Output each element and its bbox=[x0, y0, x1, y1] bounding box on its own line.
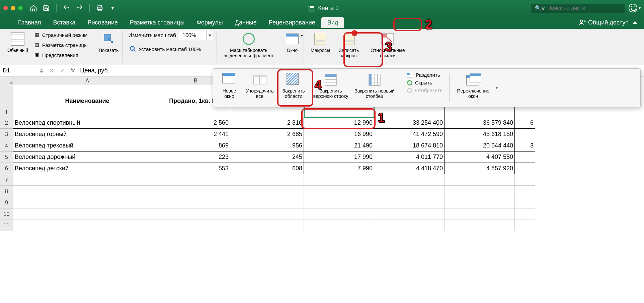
cell-E5[interactable]: 4 011 770 bbox=[374, 152, 445, 163]
custom-views-button[interactable]: ▣Представления bbox=[32, 51, 89, 59]
row-header-8[interactable]: 8 bbox=[0, 186, 13, 197]
row-header-7[interactable]: 7 bbox=[0, 174, 13, 186]
cell-G9[interactable] bbox=[515, 197, 535, 208]
macros-button[interactable]: Макросы bbox=[309, 31, 331, 54]
tab-formulas[interactable]: Формулы bbox=[190, 17, 229, 28]
tab-view[interactable]: Вид bbox=[321, 17, 344, 28]
window-button[interactable]: ▾ Окно bbox=[284, 31, 301, 54]
cell-F10[interactable] bbox=[445, 208, 515, 220]
cell-A4[interactable]: Велосипед трековый bbox=[13, 140, 161, 152]
redo-icon[interactable] bbox=[75, 4, 83, 12]
cell-D6[interactable]: 7 990 bbox=[304, 163, 374, 174]
cell-B6[interactable]: 553 bbox=[161, 163, 230, 174]
col-header-A[interactable]: A bbox=[13, 76, 161, 85]
row-header-3[interactable]: 3 bbox=[0, 129, 13, 140]
row-header-5[interactable]: 5 bbox=[0, 152, 13, 163]
print-icon[interactable] bbox=[96, 4, 104, 12]
save-icon[interactable] bbox=[42, 4, 50, 12]
cell-D10[interactable] bbox=[304, 208, 374, 220]
zoom-dropdown-icon[interactable] bbox=[206, 31, 214, 40]
cell-D5[interactable]: 17 990 bbox=[304, 152, 374, 163]
cell-C11[interactable] bbox=[230, 220, 304, 231]
cell-A3[interactable]: Велосипед горный bbox=[13, 129, 161, 140]
tab-insert[interactable]: Вставка bbox=[47, 17, 82, 28]
row-header-2[interactable]: 2 bbox=[0, 117, 13, 129]
cell-F6[interactable]: 4 857 920 bbox=[445, 163, 515, 174]
cell-E10[interactable] bbox=[374, 208, 445, 220]
row-header-6[interactable]: 6 bbox=[0, 163, 13, 174]
fx-icon[interactable]: fx bbox=[68, 67, 77, 74]
cell-B8[interactable] bbox=[161, 186, 230, 197]
cell-F3[interactable]: 45 618 150 bbox=[445, 129, 515, 140]
cell-C3[interactable]: 2 685 bbox=[230, 129, 304, 140]
normal-view-button[interactable]: Обычный bbox=[6, 31, 29, 54]
close-window-button[interactable] bbox=[3, 6, 8, 10]
cell-E4[interactable]: 18 674 810 bbox=[374, 140, 445, 152]
cell-B7[interactable] bbox=[161, 174, 230, 186]
row-header-9[interactable]: 9 bbox=[0, 197, 13, 208]
cell-D3[interactable]: 16 990 bbox=[304, 129, 374, 140]
switch-dropdown-icon[interactable]: ▾ bbox=[496, 85, 498, 90]
cell-G5[interactable] bbox=[515, 152, 535, 163]
cell-G3[interactable] bbox=[515, 129, 535, 140]
qat-more-icon[interactable]: ▾ bbox=[108, 4, 116, 12]
collapse-ribbon-icon[interactable] bbox=[633, 21, 637, 24]
cell-A5[interactable]: Велосипед дорожный bbox=[13, 152, 161, 163]
row-header-1[interactable]: 1 bbox=[0, 85, 13, 117]
cell-C4[interactable]: 956 bbox=[230, 140, 304, 152]
cell-G4[interactable]: 3 bbox=[515, 140, 535, 152]
minimize-window-button[interactable] bbox=[11, 6, 15, 10]
arrange-all-button[interactable]: Упорядочить все bbox=[243, 71, 276, 104]
search-box[interactable]: 🔍ⅴ bbox=[531, 4, 625, 13]
cell-G2[interactable]: 6 bbox=[515, 117, 535, 129]
cell-B5[interactable]: 223 bbox=[161, 152, 230, 163]
cell-F2[interactable]: 36 579 840 bbox=[445, 117, 515, 129]
select-all-corner[interactable] bbox=[0, 76, 13, 85]
zoom-100-button[interactable]: Установить масштаб 100% bbox=[128, 45, 214, 53]
accept-formula-button[interactable]: ✓ bbox=[57, 67, 68, 74]
cell-E9[interactable] bbox=[374, 197, 445, 208]
cell-E11[interactable] bbox=[374, 220, 445, 231]
cell-B3[interactable]: 2 441 bbox=[161, 129, 230, 140]
feedback-icon[interactable] bbox=[629, 4, 637, 12]
record-macro-button[interactable]: Записать макрос bbox=[334, 31, 364, 59]
cell-F4[interactable]: 20 544 440 bbox=[445, 140, 515, 152]
tab-draw[interactable]: Рисование bbox=[81, 17, 124, 28]
undo-icon[interactable] bbox=[63, 4, 71, 12]
cell-B10[interactable] bbox=[161, 208, 230, 220]
cell-G10[interactable] bbox=[515, 208, 535, 220]
cell-B11[interactable] bbox=[161, 220, 230, 231]
cell-F8[interactable] bbox=[445, 186, 515, 197]
cell-C2[interactable]: 2 816 bbox=[230, 117, 304, 129]
cell-D11[interactable] bbox=[304, 220, 374, 231]
cell-C5[interactable]: 245 bbox=[230, 152, 304, 163]
cell-D7[interactable] bbox=[304, 174, 374, 186]
cell-G7[interactable] bbox=[515, 174, 535, 186]
cell-A2[interactable]: Велосипед спортивный bbox=[13, 117, 161, 129]
cell-G11[interactable] bbox=[515, 220, 535, 231]
search-input[interactable] bbox=[547, 5, 621, 11]
cell-C7[interactable] bbox=[230, 174, 304, 186]
cell-C9[interactable] bbox=[230, 197, 304, 208]
cell-F9[interactable] bbox=[445, 197, 515, 208]
cell-F5[interactable]: 4 407 550 bbox=[445, 152, 515, 163]
show-button[interactable]: Показать bbox=[97, 31, 120, 54]
cell-A7[interactable] bbox=[13, 174, 161, 186]
cell-B2[interactable]: 2 560 bbox=[161, 117, 230, 129]
cell-A11[interactable] bbox=[13, 220, 161, 231]
maximize-window-button[interactable] bbox=[18, 6, 23, 10]
cell-A10[interactable] bbox=[13, 208, 161, 220]
cell-E6[interactable]: 4 418 470 bbox=[374, 163, 445, 174]
tab-page-layout[interactable]: Разметка страницы bbox=[124, 17, 190, 28]
cell-D9[interactable] bbox=[304, 197, 374, 208]
new-window-button[interactable]: Новое окно bbox=[218, 71, 241, 104]
row-header-4[interactable]: 4 bbox=[0, 140, 13, 152]
row-header-11[interactable]: 11 bbox=[0, 220, 13, 231]
cell-E2[interactable]: 33 254 400 bbox=[374, 117, 445, 129]
home-icon[interactable] bbox=[29, 4, 37, 12]
name-box[interactable]: D1 bbox=[0, 65, 46, 76]
cell-F7[interactable] bbox=[445, 174, 515, 186]
cell-C8[interactable] bbox=[230, 186, 304, 197]
row-header-10[interactable]: 10 bbox=[0, 208, 13, 220]
split-button[interactable]: Разделить bbox=[407, 72, 442, 78]
